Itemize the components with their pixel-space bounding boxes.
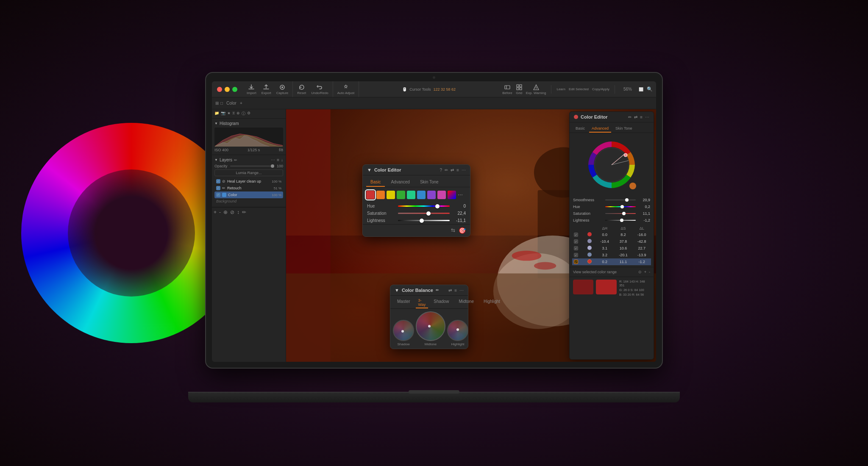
right-hue-thumb[interactable]: [620, 205, 624, 208]
layer-check-heal[interactable]: ✓: [216, 179, 220, 183]
tab-highlight[interactable]: Highlight: [479, 297, 504, 308]
smoothness-thumb[interactable]: [625, 198, 629, 202]
color-editor-right-copy[interactable]: ⇄: [634, 115, 637, 119]
histogram-chevron[interactable]: ▼: [214, 122, 218, 125]
opacity-slider[interactable]: [230, 166, 274, 166]
midtone-wheel[interactable]: [416, 311, 445, 341]
tab-3way[interactable]: 3-Way: [416, 297, 428, 308]
layer-paint-button[interactable]: ✏: [242, 209, 246, 215]
swatch-purple[interactable]: [427, 191, 436, 199]
shadow-wheel[interactable]: [393, 320, 414, 341]
edit-selected-button[interactable]: Edit Selected: [569, 87, 589, 91]
layer-check-color[interactable]: ✓: [216, 193, 220, 197]
close-button[interactable]: [217, 87, 222, 92]
layer-item-heal[interactable]: ✓ ⊘ Heal Layer clean up 100 %: [214, 178, 283, 185]
star-icon[interactable]: ★: [227, 111, 231, 116]
remove-layer-button[interactable]: -: [219, 209, 221, 215]
zoom-fit-button[interactable]: ⬜: [639, 87, 643, 92]
layers-action-3[interactable]: ↓: [281, 158, 283, 162]
layers-action-2[interactable]: ≡: [277, 158, 279, 162]
layers-chevron[interactable]: ▼: [214, 158, 218, 162]
before-button[interactable]: Before: [502, 84, 512, 95]
add-view-button[interactable]: +: [240, 101, 242, 105]
right-lightness-thumb[interactable]: [620, 219, 623, 222]
tab-skin-tone[interactable]: Skin Tone: [416, 178, 443, 187]
add-layer-button[interactable]: +: [214, 209, 217, 215]
hue-thumb[interactable]: [435, 204, 440, 208]
copy-apply-button[interactable]: Copy/Apply: [592, 87, 609, 91]
folder-icon[interactable]: 📁: [214, 111, 219, 116]
cursor-tool-icon[interactable]: 🖱️: [402, 87, 407, 92]
color-balance-edit-icon[interactable]: ✏: [436, 288, 439, 292]
color-table-row-0[interactable]: ✓ 0.0 8.2 -16.0: [572, 231, 651, 238]
layers-edit-icon[interactable]: ✏: [234, 158, 237, 162]
right-lightness-slider[interactable]: [605, 220, 636, 221]
color-editor-right-list[interactable]: ≡: [640, 115, 643, 119]
view-range-add[interactable]: +: [644, 270, 646, 274]
lightness-slider[interactable]: [398, 220, 450, 221]
eyedropper-icon[interactable]: ⇆: [451, 227, 455, 234]
saturation-thumb[interactable]: [426, 211, 431, 216]
saturation-slider[interactable]: [398, 213, 450, 214]
minimize-button[interactable]: [225, 87, 230, 92]
swatch-red[interactable]: [366, 191, 375, 199]
layers-action-1[interactable]: ⋯: [271, 158, 275, 162]
swatch-blue[interactable]: [417, 191, 426, 199]
grid-button[interactable]: Grid: [516, 84, 523, 95]
smoothness-slider[interactable]: [605, 200, 636, 200]
swatch-pink[interactable]: [437, 191, 446, 199]
layer-item-retouch[interactable]: ✓ ✏ Retouch 51 %: [214, 185, 283, 191]
right-tab-skin-tone[interactable]: Skin Tone: [613, 125, 634, 133]
right-tab-basic[interactable]: Basic: [573, 125, 587, 133]
tab-midtone[interactable]: Midtone: [454, 297, 478, 308]
color-editor-left-collapse[interactable]: ▼: [367, 167, 372, 172]
export-button[interactable]: Export: [262, 84, 271, 95]
color-editor-left-help[interactable]: ?: [440, 168, 442, 172]
info-icon[interactable]: ⓘ: [242, 111, 245, 116]
color-editor-left-more[interactable]: ⋯: [462, 168, 466, 172]
swatch-gradient[interactable]: [448, 191, 456, 199]
view-range-remove[interactable]: -: [649, 270, 650, 274]
swatch-orange[interactable]: [376, 191, 385, 199]
layer-item-color[interactable]: ✓ Color 100 %: [214, 191, 283, 198]
tab-advanced[interactable]: Advanced: [387, 178, 414, 187]
color-editor-right-edit[interactable]: ✏: [628, 115, 632, 119]
undo-redo-button[interactable]: Undo/Redo: [311, 84, 328, 95]
color-balance-list[interactable]: ≡: [454, 288, 457, 293]
color-editor-right-more[interactable]: ⋯: [645, 115, 649, 119]
layer-check-retouch[interactable]: ✓: [216, 186, 220, 190]
right-saturation-slider[interactable]: [605, 213, 636, 214]
color-editor-left-edit[interactable]: ✏: [445, 168, 448, 172]
layer-mask-button[interactable]: ⊘: [230, 209, 234, 215]
tab-master[interactable]: Master: [393, 297, 415, 308]
color-picker-icon[interactable]: 🎯: [459, 227, 466, 234]
learn-button[interactable]: Learn: [556, 87, 565, 91]
search-button[interactable]: 🔍: [647, 86, 653, 92]
layer-copy-button[interactable]: ⊕: [223, 209, 228, 215]
hue-slider[interactable]: [398, 205, 450, 207]
right-saturation-thumb[interactable]: [622, 212, 626, 215]
reset-button[interactable]: Reset: [297, 84, 306, 95]
swatches-more[interactable]: ⋯: [458, 192, 463, 198]
camera-icon[interactable]: 📷: [221, 111, 225, 116]
right-tab-advanced[interactable]: Advanced: [589, 125, 611, 133]
filter-icon[interactable]: ⧖: [232, 111, 235, 116]
color-editor-left-list[interactable]: ≡: [456, 168, 459, 172]
color-table-row-3[interactable]: ✓ 3.2 -20.1 -13.9: [572, 252, 651, 258]
swatch-green[interactable]: [397, 191, 405, 199]
import-button[interactable]: Import: [247, 84, 256, 95]
color-balance-copy[interactable]: ⇄: [448, 288, 452, 293]
right-hue-slider[interactable]: [605, 206, 636, 207]
map-icon[interactable]: ⊕: [236, 111, 240, 116]
swatch-teal[interactable]: [407, 191, 415, 199]
color-balance-more[interactable]: ⋯: [459, 288, 464, 293]
color-editor-left-copy[interactable]: ⇄: [451, 168, 454, 172]
capture-button[interactable]: Capture: [276, 84, 288, 95]
view-icons[interactable]: ⊞□: [215, 101, 223, 105]
color-table-row-1[interactable]: ✓ -10.4 37.8 -42.8: [572, 238, 651, 245]
color-balance-chevron[interactable]: ▼: [395, 288, 399, 293]
lumia-range[interactable]: Lumia Range...: [214, 169, 283, 176]
color-table-row-4[interactable]: ✓ 0.2 11.1 -1.2: [572, 258, 651, 265]
exp-warning-button[interactable]: Exp. Warning: [526, 84, 546, 95]
lightness-thumb[interactable]: [420, 219, 424, 223]
